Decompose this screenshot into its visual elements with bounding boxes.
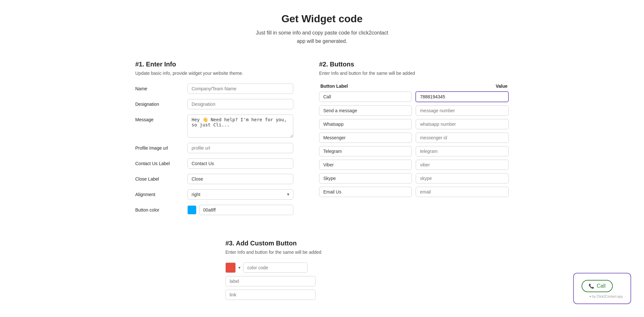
button-row-email <box>319 187 509 197</box>
button-label-telegram[interactable] <box>319 146 412 156</box>
page-title: Get Widget code <box>135 13 509 25</box>
section1-description: Update basic info, provide widget your w… <box>135 71 293 76</box>
contact-us-label-label: Contact Us Label <box>135 158 184 166</box>
custom-color-row: ▼ <box>225 263 419 273</box>
designation-row: Designation <box>135 99 293 109</box>
button-color-swatch[interactable] <box>187 205 196 214</box>
message-label: Message <box>135 114 184 122</box>
custom-link-input[interactable] <box>225 290 316 300</box>
section-enter-info: #1. Enter Info Update basic info, provid… <box>135 61 293 220</box>
section2-heading: #2. Buttons <box>319 61 509 68</box>
custom-color-swatch[interactable] <box>225 263 236 273</box>
button-value-skype[interactable] <box>416 173 509 183</box>
button-label-send-message[interactable] <box>319 105 412 116</box>
button-label-whatsapp[interactable] <box>319 119 412 129</box>
name-row: Name <box>135 84 293 94</box>
button-value-telegram[interactable] <box>416 146 509 156</box>
custom-label-input[interactable] <box>225 276 316 286</box>
alignment-select-wrapper: left right ▼ <box>187 189 293 200</box>
name-label: Name <box>135 84 184 91</box>
section-3-container: #3. Add Custom Button Enter Info and but… <box>135 240 509 303</box>
button-label-email[interactable] <box>319 187 412 197</box>
section1-heading: #1. Enter Info <box>135 61 293 68</box>
contact-us-label-input[interactable] <box>187 158 293 169</box>
designation-label: Designation <box>135 99 184 107</box>
col-label-header: Button Label <box>320 84 414 89</box>
custom-color-input[interactable] <box>243 263 308 273</box>
section3-description: Enter Info and button for the same will … <box>225 250 419 255</box>
message-textarea[interactable]: Hey 👋 Need help? I'm here for you, so ju… <box>187 114 293 138</box>
section2-description: Enter Info and button for the same will … <box>319 71 509 76</box>
button-label-viber[interactable] <box>319 160 412 170</box>
buttons-table-header: Button Label Value <box>319 84 509 89</box>
button-value-viber[interactable] <box>416 160 509 170</box>
alignment-label: Alignment <box>135 189 184 197</box>
button-label-messenger[interactable] <box>319 133 412 143</box>
button-color-input[interactable] <box>199 205 293 215</box>
section-buttons: #2. Buttons Enter Info and button for th… <box>319 61 509 200</box>
designation-input[interactable] <box>187 99 293 109</box>
section3-heading: #3. Add Custom Button <box>225 240 419 247</box>
contact-us-label-row: Contact Us Label <box>135 158 293 169</box>
button-value-call[interactable] <box>415 91 509 102</box>
section-custom-button: #3. Add Custom Button Enter Info and but… <box>225 240 419 303</box>
button-row-call <box>319 91 509 102</box>
phone-icon: 📞 <box>589 283 594 289</box>
custom-button-form: ▼ <box>225 263 419 300</box>
button-row-telegram <box>319 146 509 156</box>
close-label-input[interactable] <box>187 174 293 184</box>
close-label-row: Close Label <box>135 174 293 184</box>
button-row-viber <box>319 160 509 170</box>
button-row-skype <box>319 173 509 183</box>
button-color-row-inner <box>187 205 293 215</box>
button-color-row: Button color <box>135 205 293 215</box>
profile-image-label: Profile Image url <box>135 143 184 151</box>
button-value-email[interactable] <box>416 187 509 197</box>
button-value-send-message[interactable] <box>416 105 509 116</box>
button-row-whatsapp <box>319 119 509 129</box>
button-color-label: Button color <box>135 205 184 213</box>
alignment-select[interactable]: left right <box>187 189 293 200</box>
chevron-down-icon-custom: ▼ <box>238 266 241 270</box>
button-label-skype[interactable] <box>319 173 412 183</box>
alignment-row: Alignment left right ▼ <box>135 189 293 200</box>
button-row-send-message <box>319 105 509 116</box>
page-subtitle: Just fill in some info and copy paste co… <box>135 29 509 45</box>
widget-call-button[interactable]: 📞 Call <box>582 280 613 292</box>
button-label-call[interactable] <box>319 92 412 102</box>
message-row: Message Hey 👋 Need help? I'm here for yo… <box>135 114 293 138</box>
widget-brand: ✦ by Click2Contact.app <box>582 295 623 298</box>
close-label-label: Close Label <box>135 174 184 182</box>
col-value-header: Value <box>414 84 507 89</box>
name-input[interactable] <box>187 84 293 94</box>
widget-call-label: Call <box>597 283 606 289</box>
button-row-messenger <box>319 133 509 143</box>
profile-image-input[interactable] <box>187 143 293 153</box>
widget-preview: 📞 Call ✦ by Click2Contact.app <box>573 273 631 304</box>
page-header: Get Widget code Just fill in some info a… <box>135 13 509 45</box>
button-value-messenger[interactable] <box>416 133 509 143</box>
profile-image-row: Profile Image url <box>135 143 293 153</box>
button-value-whatsapp[interactable] <box>416 119 509 129</box>
